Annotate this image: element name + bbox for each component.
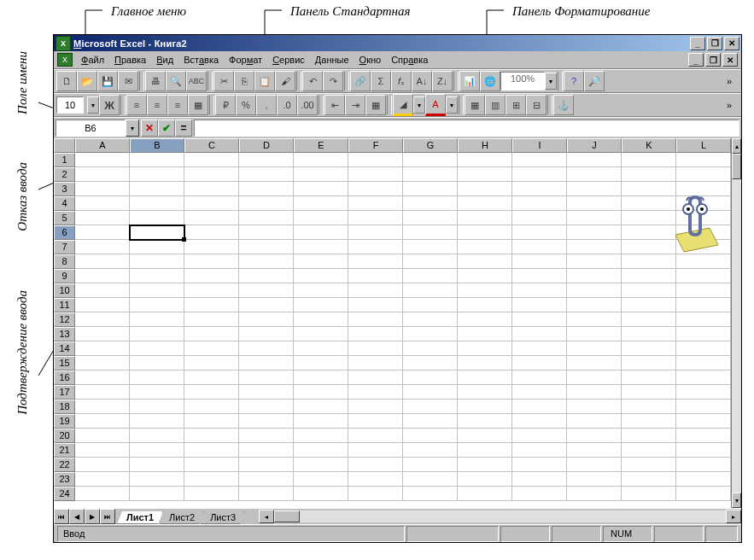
cell[interactable]: [458, 298, 512, 312]
cell[interactable]: [294, 429, 348, 443]
row-header[interactable]: 4: [54, 196, 75, 211]
cell[interactable]: [512, 429, 567, 443]
merge-button[interactable]: ⊞: [506, 95, 526, 115]
cell[interactable]: [239, 443, 294, 458]
save-button[interactable]: 💾: [97, 71, 118, 91]
cell[interactable]: [403, 225, 458, 240]
column-header[interactable]: E: [294, 138, 348, 153]
cell[interactable]: [676, 327, 731, 341]
row-header[interactable]: 18: [54, 400, 75, 414]
cell[interactable]: [239, 196, 294, 211]
cell[interactable]: [512, 211, 567, 225]
row-header[interactable]: 17: [54, 385, 75, 400]
merge-center-button[interactable]: ▦: [188, 95, 208, 115]
cell[interactable]: [75, 414, 130, 429]
confirm-entry-button[interactable]: ✔: [158, 120, 175, 137]
hscroll-thumb[interactable]: [274, 510, 300, 522]
scroll-left-button[interactable]: ◂: [259, 510, 274, 523]
cell[interactable]: [622, 400, 676, 414]
cell[interactable]: [458, 472, 512, 487]
cell[interactable]: [622, 414, 676, 429]
cell[interactable]: [458, 429, 512, 443]
cell[interactable]: [294, 458, 348, 472]
cell[interactable]: [458, 400, 512, 414]
cell[interactable]: [184, 182, 239, 196]
cell[interactable]: [458, 341, 512, 356]
cell[interactable]: [184, 225, 239, 240]
cell[interactable]: [458, 196, 512, 211]
cell[interactable]: [348, 472, 403, 487]
cell[interactable]: [458, 167, 512, 182]
cell[interactable]: [622, 153, 676, 167]
cell[interactable]: [622, 182, 676, 196]
row-header[interactable]: 14: [54, 341, 75, 356]
cell[interactable]: [184, 240, 239, 254]
menu-item[interactable]: Вставка: [178, 53, 224, 67]
cell[interactable]: [184, 269, 239, 283]
menu-item[interactable]: Формат: [224, 53, 267, 67]
cell[interactable]: [512, 283, 567, 298]
cell[interactable]: [622, 356, 676, 370]
cell[interactable]: [403, 487, 458, 501]
cell[interactable]: [184, 443, 239, 458]
cell[interactable]: [512, 269, 567, 283]
cell[interactable]: [239, 225, 294, 240]
row-header[interactable]: 19: [54, 414, 75, 429]
cell[interactable]: [239, 312, 294, 327]
cell[interactable]: [622, 443, 676, 458]
cell[interactable]: [130, 283, 184, 298]
redo-button[interactable]: ↷: [323, 71, 343, 91]
row-header[interactable]: 24: [54, 487, 75, 501]
row-header[interactable]: 12: [54, 312, 75, 327]
cell[interactable]: [512, 312, 567, 327]
cell[interactable]: [512, 385, 567, 400]
cell[interactable]: [348, 429, 403, 443]
cell[interactable]: [184, 472, 239, 487]
percent-button[interactable]: %: [236, 95, 256, 115]
cell[interactable]: [622, 341, 676, 356]
cell[interactable]: [512, 370, 567, 385]
cell[interactable]: [622, 429, 676, 443]
cell[interactable]: [348, 487, 403, 501]
vscroll-thumb[interactable]: [732, 154, 741, 179]
cell[interactable]: [239, 400, 294, 414]
cell[interactable]: [512, 153, 567, 167]
column-header[interactable]: D: [239, 138, 294, 153]
cell[interactable]: [567, 443, 622, 458]
cell[interactable]: [676, 429, 731, 443]
cell[interactable]: [403, 327, 458, 341]
cell[interactable]: [75, 298, 130, 312]
cell[interactable]: [512, 472, 567, 487]
cell[interactable]: [403, 429, 458, 443]
cell[interactable]: [130, 153, 184, 167]
cell[interactable]: [130, 385, 184, 400]
cell[interactable]: [512, 487, 567, 501]
column-header[interactable]: G: [403, 138, 458, 153]
cell[interactable]: [622, 298, 676, 312]
cell[interactable]: [512, 167, 567, 182]
chart-wizard-button[interactable]: 📊: [459, 71, 480, 91]
cell[interactable]: [512, 298, 567, 312]
row-header[interactable]: 7: [54, 240, 75, 254]
cell[interactable]: [184, 400, 239, 414]
border-style-button[interactable]: ▥: [485, 95, 506, 115]
cell[interactable]: [239, 254, 294, 269]
cell[interactable]: [75, 182, 130, 196]
cell[interactable]: [403, 254, 458, 269]
row-header[interactable]: 6: [54, 225, 75, 240]
spellcheck-button[interactable]: ABC: [186, 71, 207, 91]
cell[interactable]: [458, 356, 512, 370]
toolbar-overflow[interactable]: »: [727, 76, 739, 86]
cell[interactable]: [239, 429, 294, 443]
print-button[interactable]: 🖶: [145, 71, 166, 91]
cell[interactable]: [75, 240, 130, 254]
map-button[interactable]: 🌐: [480, 71, 500, 91]
paste-button[interactable]: 📋: [254, 71, 275, 91]
name-box-dropdown[interactable]: ▾: [126, 120, 139, 137]
cell[interactable]: [294, 487, 348, 501]
cell[interactable]: [294, 211, 348, 225]
cell[interactable]: [567, 341, 622, 356]
cell[interactable]: [512, 414, 567, 429]
cell[interactable]: [676, 385, 731, 400]
row-header[interactable]: 22: [54, 458, 75, 472]
